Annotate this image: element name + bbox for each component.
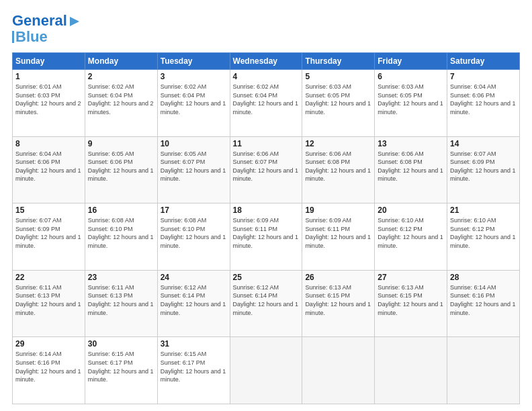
calendar-cell: 8 Sunrise: 6:04 AM Sunset: 6:06 PM Dayli… (13, 136, 85, 203)
calendar-cell: 23 Sunrise: 6:11 AM Sunset: 6:13 PM Dayl… (85, 270, 157, 337)
day-info: Sunrise: 6:10 AM Sunset: 6:12 PM Dayligh… (450, 216, 517, 250)
calendar-cell: 2 Sunrise: 6:02 AM Sunset: 6:04 PM Dayli… (85, 70, 157, 137)
weekday-header-wednesday: Wednesday (230, 53, 302, 70)
calendar-cell: 1 Sunrise: 6:01 AM Sunset: 6:03 PM Dayli… (13, 70, 85, 137)
logo: General Blue (12, 12, 81, 46)
day-info: Sunrise: 6:08 AM Sunset: 6:10 PM Dayligh… (88, 216, 154, 250)
day-number: 30 (88, 339, 154, 349)
calendar-cell: 28 Sunrise: 6:14 AM Sunset: 6:16 PM Dayl… (447, 270, 520, 337)
weekday-header-tuesday: Tuesday (157, 53, 230, 70)
day-number: 18 (233, 205, 300, 215)
calendar-cell: 13 Sunrise: 6:06 AM Sunset: 6:08 PM Dayl… (375, 136, 447, 203)
day-number: 13 (378, 139, 444, 148)
day-info: Sunrise: 6:12 AM Sunset: 6:14 PM Dayligh… (161, 283, 227, 317)
day-info: Sunrise: 6:09 AM Sunset: 6:11 PM Dayligh… (233, 216, 300, 250)
calendar-cell: 27 Sunrise: 6:13 AM Sunset: 6:15 PM Dayl… (375, 270, 447, 337)
day-info: Sunrise: 6:13 AM Sunset: 6:15 PM Dayligh… (305, 283, 371, 317)
day-number: 24 (161, 273, 227, 282)
day-number: 21 (450, 205, 517, 215)
day-number: 9 (88, 139, 154, 148)
day-number: 4 (233, 72, 300, 81)
day-info: Sunrise: 6:03 AM Sunset: 6:05 PM Dayligh… (378, 83, 444, 116)
day-number: 6 (378, 72, 444, 81)
day-number: 16 (88, 205, 154, 215)
calendar-cell: 5 Sunrise: 6:03 AM Sunset: 6:05 PM Dayli… (302, 70, 375, 137)
day-info: Sunrise: 6:14 AM Sunset: 6:16 PM Dayligh… (15, 350, 82, 383)
calendar-week-3: 15 Sunrise: 6:07 AM Sunset: 6:09 PM Dayl… (13, 203, 520, 271)
calendar-cell (375, 337, 447, 404)
calendar-cell: 7 Sunrise: 6:04 AM Sunset: 6:06 PM Dayli… (447, 70, 520, 137)
calendar-cell: 20 Sunrise: 6:10 AM Sunset: 6:12 PM Dayl… (375, 203, 447, 271)
calendar-cell: 9 Sunrise: 6:05 AM Sunset: 6:06 PM Dayli… (85, 136, 157, 203)
day-number: 27 (378, 273, 444, 282)
day-number: 25 (233, 273, 300, 282)
day-number: 22 (15, 273, 82, 282)
calendar-cell: 16 Sunrise: 6:08 AM Sunset: 6:10 PM Dayl… (85, 203, 157, 271)
day-info: Sunrise: 6:14 AM Sunset: 6:16 PM Dayligh… (450, 283, 517, 317)
weekday-header-sunday: Sunday (13, 53, 85, 70)
calendar-table: SundayMondayTuesdayWednesdayThursdayFrid… (12, 52, 520, 404)
calendar-cell: 30 Sunrise: 6:15 AM Sunset: 6:17 PM Dayl… (85, 337, 157, 404)
calendar-cell: 6 Sunrise: 6:03 AM Sunset: 6:05 PM Dayli… (375, 70, 447, 137)
day-number: 20 (378, 205, 444, 215)
page: General Blue SundayMondayTuesdayWednesda… (0, 0, 532, 411)
day-number: 11 (233, 139, 300, 148)
day-info: Sunrise: 6:15 AM Sunset: 6:17 PM Dayligh… (88, 350, 154, 383)
day-number: 28 (450, 273, 517, 282)
calendar-week-5: 29 Sunrise: 6:14 AM Sunset: 6:16 PM Dayl… (13, 337, 520, 404)
day-info: Sunrise: 6:10 AM Sunset: 6:12 PM Dayligh… (378, 216, 444, 250)
calendar-cell: 26 Sunrise: 6:13 AM Sunset: 6:15 PM Dayl… (302, 270, 375, 337)
calendar-cell: 19 Sunrise: 6:09 AM Sunset: 6:11 PM Dayl… (302, 203, 375, 271)
day-info: Sunrise: 6:02 AM Sunset: 6:04 PM Dayligh… (88, 83, 154, 116)
calendar-cell: 22 Sunrise: 6:11 AM Sunset: 6:13 PM Dayl… (13, 270, 85, 337)
day-info: Sunrise: 6:15 AM Sunset: 6:17 PM Dayligh… (161, 350, 227, 383)
day-number: 29 (15, 339, 82, 349)
header: General Blue (12, 12, 520, 46)
calendar-cell: 14 Sunrise: 6:07 AM Sunset: 6:09 PM Dayl… (447, 136, 520, 203)
day-number: 2 (88, 72, 154, 81)
day-info: Sunrise: 6:05 AM Sunset: 6:07 PM Dayligh… (161, 150, 227, 183)
calendar-cell (230, 337, 302, 404)
calendar-cell: 3 Sunrise: 6:02 AM Sunset: 6:04 PM Dayli… (157, 70, 230, 137)
calendar-cell: 24 Sunrise: 6:12 AM Sunset: 6:14 PM Dayl… (157, 270, 230, 337)
calendar-cell: 12 Sunrise: 6:06 AM Sunset: 6:08 PM Dayl… (302, 136, 375, 203)
calendar-cell (447, 337, 520, 404)
day-number: 10 (161, 139, 227, 148)
weekday-header-saturday: Saturday (447, 53, 520, 70)
calendar-cell: 10 Sunrise: 6:05 AM Sunset: 6:07 PM Dayl… (157, 136, 230, 203)
logo-arrow-icon (69, 15, 81, 28)
calendar-week-1: 1 Sunrise: 6:01 AM Sunset: 6:03 PM Dayli… (13, 70, 520, 137)
day-info: Sunrise: 6:01 AM Sunset: 6:03 PM Dayligh… (15, 83, 82, 116)
day-info: Sunrise: 6:11 AM Sunset: 6:13 PM Dayligh… (88, 283, 154, 317)
day-number: 8 (15, 139, 82, 148)
weekday-header-friday: Friday (375, 53, 447, 70)
logo-blue: Blue (15, 28, 48, 46)
calendar-week-2: 8 Sunrise: 6:04 AM Sunset: 6:06 PM Dayli… (13, 136, 520, 203)
weekday-header-monday: Monday (85, 53, 157, 70)
day-info: Sunrise: 6:12 AM Sunset: 6:14 PM Dayligh… (233, 283, 300, 317)
day-info: Sunrise: 6:02 AM Sunset: 6:04 PM Dayligh… (233, 83, 300, 116)
calendar-cell: 18 Sunrise: 6:09 AM Sunset: 6:11 PM Dayl… (230, 203, 302, 271)
logo-bar (12, 31, 14, 43)
day-number: 1 (15, 72, 82, 81)
weekday-header-thursday: Thursday (302, 53, 375, 70)
day-info: Sunrise: 6:08 AM Sunset: 6:10 PM Dayligh… (161, 216, 227, 250)
day-info: Sunrise: 6:05 AM Sunset: 6:06 PM Dayligh… (88, 150, 154, 183)
day-info: Sunrise: 6:13 AM Sunset: 6:15 PM Dayligh… (378, 283, 444, 317)
calendar-cell (302, 337, 375, 404)
calendar-cell: 11 Sunrise: 6:06 AM Sunset: 6:07 PM Dayl… (230, 136, 302, 203)
day-info: Sunrise: 6:04 AM Sunset: 6:06 PM Dayligh… (450, 83, 517, 116)
day-number: 19 (305, 205, 371, 215)
calendar-cell: 25 Sunrise: 6:12 AM Sunset: 6:14 PM Dayl… (230, 270, 302, 337)
calendar-header-row: SundayMondayTuesdayWednesdayThursdayFrid… (13, 53, 520, 70)
day-info: Sunrise: 6:06 AM Sunset: 6:08 PM Dayligh… (378, 150, 444, 183)
calendar-cell: 15 Sunrise: 6:07 AM Sunset: 6:09 PM Dayl… (13, 203, 85, 271)
day-number: 17 (161, 205, 227, 215)
day-info: Sunrise: 6:03 AM Sunset: 6:05 PM Dayligh… (305, 83, 371, 116)
day-number: 15 (15, 205, 82, 215)
calendar-cell: 21 Sunrise: 6:10 AM Sunset: 6:12 PM Dayl… (447, 203, 520, 271)
calendar-cell: 29 Sunrise: 6:14 AM Sunset: 6:16 PM Dayl… (13, 337, 85, 404)
day-number: 12 (305, 139, 371, 148)
day-info: Sunrise: 6:07 AM Sunset: 6:09 PM Dayligh… (15, 216, 82, 250)
day-number: 26 (305, 273, 371, 282)
